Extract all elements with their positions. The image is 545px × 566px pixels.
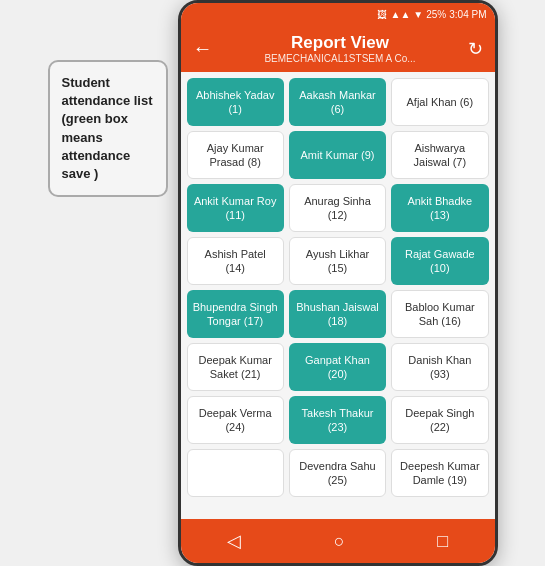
nav-home-button[interactable]: ○ — [314, 523, 365, 560]
student-card[interactable]: Ayush Likhar (15) — [289, 237, 386, 285]
page-wrapper: Student attendance list (green box means… — [48, 0, 498, 566]
student-card[interactable]: Danish Khan (93) — [391, 343, 488, 391]
student-card[interactable]: Ajay Kumar Prasad (8) — [187, 131, 284, 179]
student-card[interactable]: Ankit Bhadke (13) — [391, 184, 488, 232]
nav-back-button[interactable]: ◁ — [207, 522, 261, 560]
time-text: 3:04 PM — [449, 9, 486, 20]
student-card[interactable]: Ganpat Khan (20) — [289, 343, 386, 391]
student-card[interactable]: Afjal Khan (6) — [391, 78, 488, 126]
battery-text: 25% — [426, 9, 446, 20]
tooltip-box: Student attendance list (green box means… — [48, 60, 168, 197]
student-card[interactable]: Deepesh Kumar Damle (19) — [391, 449, 488, 497]
student-card[interactable] — [187, 449, 284, 497]
student-card[interactable]: Deepak Verma (24) — [187, 396, 284, 444]
nav-recent-button[interactable]: □ — [417, 523, 468, 560]
student-list-content: Abhishek Yadav (1)Aakash Mankar (6)Afjal… — [181, 72, 495, 519]
student-card[interactable]: Anurag Sinha (12) — [289, 184, 386, 232]
student-card[interactable]: Deepak Singh (22) — [391, 396, 488, 444]
status-bar: 🖼 ▲▲ ▼ 25% 3:04 PM — [181, 3, 495, 25]
student-card[interactable]: Aishwarya Jaiswal (7) — [391, 131, 488, 179]
refresh-button[interactable]: ↻ — [468, 38, 483, 60]
student-card[interactable]: Amit Kumar (9) — [289, 131, 386, 179]
app-header: ← Report View BEMECHANICAL1STSEM A Co...… — [181, 25, 495, 72]
back-button[interactable]: ← — [193, 37, 213, 60]
status-image-icon: 🖼 — [377, 9, 387, 20]
student-card[interactable]: Takesh Thakur (23) — [289, 396, 386, 444]
tooltip-text: Student attendance list (green box means… — [62, 75, 153, 181]
signal-icon: ▲▲ — [391, 9, 411, 20]
student-card[interactable]: Bhushan Jaiswal (18) — [289, 290, 386, 338]
phone-frame: 🖼 ▲▲ ▼ 25% 3:04 PM ← Report View BEMECHA… — [178, 0, 498, 566]
student-grid: Abhishek Yadav (1)Aakash Mankar (6)Afjal… — [187, 78, 489, 497]
student-card[interactable]: Babloo Kumar Sah (16) — [391, 290, 488, 338]
header-title-group: Report View BEMECHANICAL1STSEM A Co... — [221, 33, 460, 64]
student-card[interactable]: Ankit Kumar Roy (11) — [187, 184, 284, 232]
header-subtitle: BEMECHANICAL1STSEM A Co... — [221, 53, 460, 64]
header-title: Report View — [221, 33, 460, 53]
student-card[interactable]: Rajat Gawade (10) — [391, 237, 488, 285]
student-card[interactable]: Ashish Patel (14) — [187, 237, 284, 285]
student-card[interactable]: Deepak Kumar Saket (21) — [187, 343, 284, 391]
student-card[interactable]: Abhishek Yadav (1) — [187, 78, 284, 126]
student-card[interactable]: Bhupendra Singh Tongar (17) — [187, 290, 284, 338]
nav-bar: ◁ ○ □ — [181, 519, 495, 563]
student-card[interactable]: Devendra Sahu (25) — [289, 449, 386, 497]
student-card[interactable]: Aakash Mankar (6) — [289, 78, 386, 126]
status-icons: ▲▲ ▼ 25% 3:04 PM — [391, 9, 487, 20]
wifi-icon: ▼ — [413, 9, 423, 20]
